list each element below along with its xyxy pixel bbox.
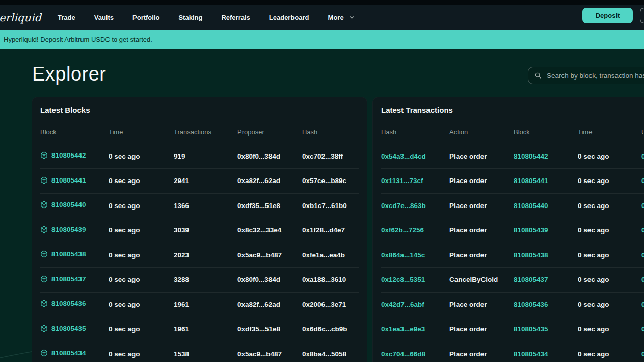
tx-user-link[interactable]: 0 <box>641 177 644 185</box>
table-row: 0x864a...145cPlace order8108054380 sec a… <box>381 243 644 268</box>
tx-user: 0 <box>641 317 644 342</box>
block-number: 810805434 <box>40 342 109 362</box>
tx-user-link[interactable]: 0 <box>641 276 644 283</box>
tx-action: Place order <box>449 218 514 243</box>
nav-item-leaderboard[interactable]: Leaderboard <box>269 14 309 21</box>
block-number-link[interactable]: 810805440 <box>40 201 86 209</box>
search-input[interactable] <box>528 67 644 84</box>
tx-block: 810805436 <box>514 292 578 317</box>
tx-user-link[interactable]: 0 <box>641 226 644 234</box>
tx-time: 0 sec ago <box>578 169 641 194</box>
block-number: 810805437 <box>40 268 109 293</box>
block-time: 0 sec ago <box>109 193 174 218</box>
nav-secondary-button-partial[interactable] <box>640 8 644 23</box>
block-number-link[interactable]: 810805439 <box>40 226 86 234</box>
tx-action: Place order <box>449 317 514 342</box>
tx-action: Place order <box>449 243 514 268</box>
block-hash: 0xb1c7...61b0 <box>302 193 359 218</box>
nav-item-portfolio[interactable]: Portfolio <box>132 14 159 21</box>
block-tx-count: 3288 <box>174 268 237 293</box>
tx-hash: 0x1131...73cf <box>381 169 449 194</box>
block-tx-count: 919 <box>174 144 237 169</box>
tx-block-link[interactable]: 810805438 <box>514 251 548 259</box>
tx-hash-link[interactable]: 0x864a...145c <box>381 251 425 259</box>
tx-block-link[interactable]: 810805437 <box>514 276 548 283</box>
tx-user-link[interactable]: 0 <box>641 301 644 308</box>
tx-hash-link[interactable]: 0x1131...73cf <box>381 177 423 185</box>
col-header-block: Block <box>40 120 109 144</box>
latest-blocks-panel: Latest Blocks Block Time Transactions Pr… <box>32 97 367 362</box>
table-row: 8108054380 sec ago20230x5ac9...b4870xfe1… <box>40 243 359 268</box>
search-icon <box>534 72 542 79</box>
tx-user-link[interactable]: 0 <box>641 325 644 333</box>
table-row: 8108054340 sec ago15380x5ac9...b4870x8ba… <box>40 342 359 362</box>
block-time: 0 sec ago <box>109 342 174 362</box>
nav-item-staking[interactable]: Staking <box>178 14 202 21</box>
tx-user-link[interactable]: 0 <box>641 152 644 160</box>
block-proposer: 0xa82f...62ad <box>237 292 302 317</box>
tx-block-link[interactable]: 810805440 <box>514 202 548 210</box>
col-header-time: Time <box>109 120 174 144</box>
promo-banner-text: Hyperliquid! Deposit Arbitrum USDC to ge… <box>0 36 152 43</box>
tx-user: 0 <box>641 193 644 218</box>
tx-block-link[interactable]: 810805436 <box>514 301 548 308</box>
block-cube-icon <box>40 300 48 307</box>
tx-block-link[interactable]: 810805442 <box>514 152 548 160</box>
hyperliquid-logo[interactable]: erliquid <box>0 12 41 24</box>
tx-hash-link[interactable]: 0x42d7...6abf <box>381 301 424 308</box>
top-edge-strip <box>0 0 644 5</box>
tx-user-link[interactable]: 0 <box>641 202 644 210</box>
tx-action: Place order <box>449 144 514 169</box>
block-number-link[interactable]: 810805438 <box>40 250 86 258</box>
col-header-proposer: Proposer <box>237 120 302 144</box>
transactions-header-row: Hash Action Block Time U <box>381 120 644 144</box>
tx-user-link[interactable]: 0 <box>641 251 644 259</box>
tx-user-link[interactable]: 0 <box>641 350 644 358</box>
latest-transactions-table: Hash Action Block Time U 0x54a3...d4cdPl… <box>381 120 644 362</box>
latest-blocks-table: Block Time Transactions Proposer Hash 81… <box>40 120 359 362</box>
tx-hash-link[interactable]: 0x12c8...5351 <box>381 276 425 283</box>
tx-hash-link[interactable]: 0xc704...66d8 <box>381 350 425 358</box>
tx-user: 0 <box>641 218 644 243</box>
block-proposer: 0x5ac9...b487 <box>237 243 302 268</box>
block-time: 0 sec ago <box>109 218 174 243</box>
tx-action: Place order <box>449 342 514 362</box>
top-nav: erliquid Trade Vaults Portfolio Staking … <box>0 5 644 30</box>
tx-user: 0 <box>641 292 644 317</box>
tx-block-link[interactable]: 810805435 <box>514 325 548 333</box>
nav-item-trade[interactable]: Trade <box>58 14 75 21</box>
block-proposer: 0xdf35...51e8 <box>237 193 302 218</box>
block-cube-icon <box>40 349 48 357</box>
tx-block-link[interactable]: 810805434 <box>514 350 548 358</box>
tx-hash-link[interactable]: 0xcd7e...863b <box>381 202 426 210</box>
tx-time: 0 sec ago <box>578 193 641 218</box>
tx-hash-link[interactable]: 0x1ea3...e9e3 <box>381 325 425 333</box>
tx-block: 810805441 <box>514 169 578 194</box>
table-row: 8108054420 sec ago9190x80f0...384d0xc702… <box>40 144 359 169</box>
block-number-link[interactable]: 810805441 <box>40 176 86 184</box>
nav-item-vaults[interactable]: Vaults <box>94 14 114 21</box>
block-hash: 0xfe1a...ea4b <box>302 243 359 268</box>
tx-hash: 0x12c8...5351 <box>381 268 449 293</box>
tx-block-link[interactable]: 810805439 <box>514 226 548 234</box>
block-number-link[interactable]: 810805436 <box>40 300 86 307</box>
block-number: 810805438 <box>40 243 109 268</box>
block-proposer: 0x5ac9...b487 <box>237 342 302 362</box>
tx-hash-link[interactable]: 0x54a3...d4cd <box>381 152 426 160</box>
block-number-link[interactable]: 810805437 <box>40 275 86 283</box>
table-row: 0x1ea3...e9e3Place order8108054350 sec a… <box>381 317 644 342</box>
nav-item-referrals[interactable]: Referrals <box>221 14 250 21</box>
deposit-button[interactable]: Deposit <box>582 8 633 23</box>
nav-item-more[interactable]: More <box>328 14 355 21</box>
block-number-link[interactable]: 810805434 <box>40 349 86 357</box>
block-tx-count: 3039 <box>174 218 237 243</box>
nav-menu: Trade Vaults Portfolio Staking Referrals… <box>58 14 355 21</box>
tx-hash-link[interactable]: 0xf62b...7256 <box>381 226 424 234</box>
block-number-link[interactable]: 810805435 <box>40 325 86 332</box>
tx-block-link[interactable]: 810805441 <box>514 177 548 185</box>
block-hash: 0x8ba4...5058 <box>302 342 359 362</box>
block-number-link[interactable]: 810805442 <box>40 151 86 159</box>
tx-time: 0 sec ago <box>578 144 641 169</box>
block-proposer: 0xa82f...62ad <box>237 169 302 194</box>
tx-hash: 0xf62b...7256 <box>381 218 449 243</box>
